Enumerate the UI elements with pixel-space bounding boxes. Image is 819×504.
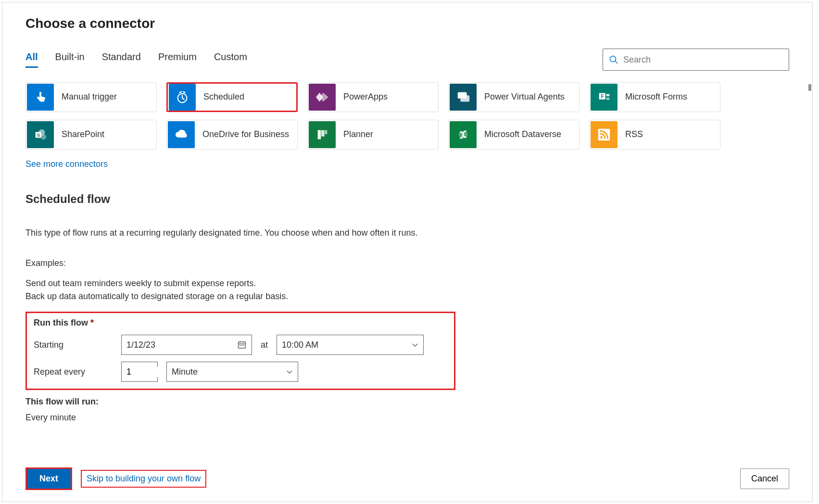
will-run-value: Every minute <box>25 413 789 423</box>
repeat-label: Repeat every <box>34 367 113 377</box>
svg-rect-23 <box>241 345 242 346</box>
hand-tap-icon <box>27 84 54 111</box>
search-box[interactable] <box>603 49 789 71</box>
connector-microsoft-forms[interactable]: F Microsoft Forms <box>589 82 720 112</box>
example-line: Back up data automatically to designated… <box>25 290 789 303</box>
svg-rect-24 <box>243 345 244 346</box>
repeat-count-input[interactable] <box>121 362 158 382</box>
see-more-connectors-link[interactable]: See more connectors <box>25 159 108 169</box>
connector-grid: Manual trigger Scheduled PowerApps Power… <box>25 82 789 150</box>
repeat-unit-value: Minute <box>172 367 198 377</box>
svg-text:F: F <box>601 94 604 99</box>
search-icon <box>609 55 618 64</box>
tab-all[interactable]: All <box>25 51 38 68</box>
connector-onedrive-business[interactable]: OneDrive for Business <box>166 120 298 150</box>
tab-built-in[interactable]: Built-in <box>55 51 85 68</box>
connector-label: Microsoft Forms <box>618 92 687 102</box>
diamond-icon <box>309 84 336 111</box>
connector-powerapps[interactable]: PowerApps <box>307 82 439 112</box>
clock-icon <box>169 84 196 111</box>
chevron-down-icon <box>412 341 418 348</box>
run-this-flow-panel: Run this flow * Starting 1/12/23 at 10:0… <box>25 312 455 390</box>
svg-point-0 <box>610 56 616 62</box>
svg-rect-8 <box>606 98 610 100</box>
choose-connector-dialog: Choose a connector All Built-in Standard… <box>2 2 813 502</box>
svg-rect-7 <box>606 94 610 96</box>
svg-rect-13 <box>318 130 321 139</box>
svg-rect-14 <box>321 130 325 137</box>
connector-rss[interactable]: RSS <box>589 120 720 150</box>
dataverse-icon <box>450 121 477 148</box>
cloud-icon <box>168 121 195 148</box>
required-marker: * <box>90 318 94 328</box>
chat-icon <box>450 84 477 111</box>
page-title: Choose a connector <box>25 16 789 31</box>
tab-standard[interactable]: Standard <box>102 51 141 68</box>
calendar-icon <box>237 340 247 350</box>
tab-custom[interactable]: Custom <box>214 51 247 68</box>
svg-rect-22 <box>239 345 240 346</box>
svg-point-10 <box>41 134 46 139</box>
chevron-down-icon <box>286 368 293 375</box>
svg-rect-15 <box>325 130 328 134</box>
starting-time-select[interactable]: 10:00 AM <box>277 335 424 355</box>
will-run-label: This flow will run: <box>25 397 789 407</box>
cancel-button[interactable]: Cancel <box>740 468 789 489</box>
connector-label: RSS <box>618 129 643 140</box>
examples-label: Examples: <box>25 258 789 268</box>
next-button[interactable]: Next <box>25 467 72 490</box>
connector-scheduled[interactable]: Scheduled <box>166 82 298 112</box>
run-this-flow-label: Run this flow * <box>34 318 447 328</box>
connector-label: SharePoint <box>55 129 104 140</box>
rss-icon <box>591 121 617 148</box>
at-label: at <box>261 340 268 350</box>
repeat-row: Repeat every Minute <box>34 362 447 382</box>
connector-label: Planner <box>337 129 373 140</box>
connector-sharepoint[interactable]: S SharePoint <box>25 120 157 150</box>
starting-time-value: 10:00 AM <box>282 340 318 350</box>
connector-label: Manual trigger <box>55 92 117 102</box>
connector-manual-trigger[interactable]: Manual trigger <box>25 82 157 112</box>
connector-power-virtual-agents[interactable]: Power Virtual Agents <box>448 82 580 112</box>
svg-point-17 <box>600 136 603 139</box>
connector-label: PowerApps <box>337 92 388 102</box>
search-input[interactable] <box>623 55 783 65</box>
connector-label: OneDrive for Business <box>196 129 289 140</box>
connector-label: Power Virtual Agents <box>478 92 565 102</box>
starting-row: Starting 1/12/23 at 10:00 AM <box>34 335 447 355</box>
tabs-row: All Built-in Standard Premium Custom <box>25 49 789 71</box>
starting-date-input[interactable]: 1/12/23 <box>121 335 252 355</box>
scrollbar[interactable] <box>808 84 811 91</box>
skip-link[interactable]: Skip to building your own flow <box>81 470 206 488</box>
svg-text:S: S <box>37 133 40 138</box>
run-title-text: Run this flow <box>34 318 88 328</box>
scheduled-description: This type of flow runs at a recurring re… <box>25 228 789 238</box>
starting-label: Starting <box>34 340 113 350</box>
dialog-footer: Next Skip to building your own flow Canc… <box>25 467 789 490</box>
scheduled-flow-heading: Scheduled flow <box>25 192 789 206</box>
svg-rect-4 <box>460 95 469 101</box>
connector-planner[interactable]: Planner <box>307 120 439 150</box>
connector-tabs: All Built-in Standard Premium Custom <box>25 51 247 68</box>
tab-premium[interactable]: Premium <box>158 51 197 68</box>
planner-icon <box>309 121 336 148</box>
starting-date-value: 1/12/23 <box>126 340 155 350</box>
forms-icon: F <box>591 84 617 111</box>
svg-line-1 <box>615 61 617 63</box>
repeat-unit-select[interactable]: Minute <box>166 362 298 382</box>
connector-label: Scheduled <box>197 92 244 102</box>
connector-label: Microsoft Dataverse <box>478 129 561 140</box>
example-line: Send out team reminders weekly to submit… <box>25 277 789 290</box>
connector-dataverse[interactable]: Microsoft Dataverse <box>448 120 580 150</box>
sharepoint-icon: S <box>27 121 54 148</box>
